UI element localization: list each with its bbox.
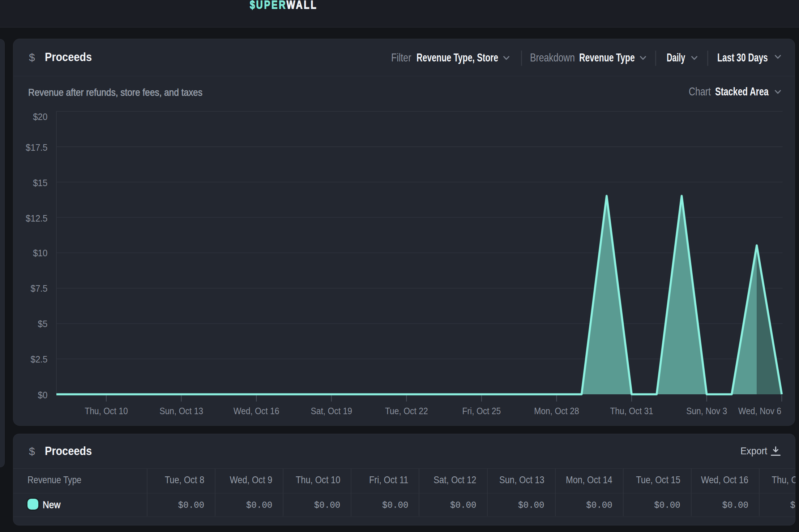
svg-text:Revenue Type: Revenue Type	[27, 474, 81, 485]
svg-text:$0.00: $0.00	[518, 500, 544, 511]
svg-text:Tue, Oct 15: Tue, Oct 15	[636, 475, 680, 485]
svg-text:Tue, Oct 8: Tue, Oct 8	[165, 475, 204, 485]
svg-text:Wed, Nov 6: Wed, Nov 6	[738, 406, 781, 416]
svg-text:Fri, Oct 11: Fri, Oct 11	[369, 475, 408, 485]
svg-text:$0.00: $0.00	[382, 500, 409, 511]
svg-text:Thu, Oct 10: Thu, Oct 10	[296, 475, 340, 485]
svg-text:$0.00: $0.00	[722, 500, 748, 511]
svg-text:$: $	[29, 445, 35, 457]
svg-text:$0.00: $0.00	[654, 500, 680, 511]
svg-text:Revenue Type: Revenue Type	[579, 51, 635, 64]
svg-text:$2.5: $2.5	[30, 354, 47, 364]
svg-text:$0.00: $0.00	[586, 500, 612, 511]
svg-text:Sun, Oct 13: Sun, Oct 13	[499, 475, 544, 485]
svg-text:$12.5: $12.5	[26, 213, 47, 223]
svg-text:$0.00: $0.00	[314, 500, 341, 511]
svg-text:Sun, Oct 13: Sun, Oct 13	[159, 406, 203, 416]
svg-text:Fri, Oct 25: Fri, Oct 25	[462, 406, 501, 416]
svg-text:Chart: Chart	[689, 85, 711, 98]
svg-text:Sat, Oct 12: Sat, Oct 12	[433, 475, 476, 485]
svg-text:Revenue after refunds, store f: Revenue after refunds, store fees, and t…	[28, 87, 202, 98]
svg-text:Export: Export	[740, 445, 768, 456]
svg-text:Thu, Oct 10: Thu, Oct 10	[85, 406, 128, 416]
svg-text:Wed, Oct 9: Wed, Oct 9	[230, 475, 272, 485]
svg-text:Thu, Oct 31: Thu, Oct 31	[610, 406, 653, 416]
svg-text:Revenue Type, Store: Revenue Type, Store	[416, 51, 498, 64]
svg-text:$0.00: $0.00	[450, 500, 477, 511]
svg-text:$20: $20	[33, 111, 47, 122]
svg-text:Tue, Oct 22: Tue, Oct 22	[385, 406, 428, 416]
svg-text:$17.5: $17.5	[26, 142, 47, 153]
svg-text:$0.00: $0.00	[178, 500, 205, 511]
svg-text:$5: $5	[38, 318, 48, 329]
svg-text:Filter: Filter	[391, 51, 411, 64]
svg-text:$15: $15	[33, 177, 47, 188]
svg-text:Daily: Daily	[667, 51, 685, 64]
svg-text:Proceeds: Proceeds	[45, 444, 92, 458]
svg-text:Wed, Oct 16: Wed, Oct 16	[234, 406, 279, 416]
svg-text:Wed, Oct 16: Wed, Oct 16	[701, 475, 748, 485]
svg-text:Mon, Oct 14: Mon, Oct 14	[566, 475, 612, 485]
svg-text:Mon, Oct 28: Mon, Oct 28	[534, 406, 579, 416]
svg-text:$7.5: $7.5	[30, 283, 47, 293]
svg-text:Proceeds: Proceeds	[45, 50, 92, 64]
svg-text:$10: $10	[33, 248, 47, 258]
svg-text:New: New	[43, 499, 61, 511]
svg-text:Breakdown: Breakdown	[530, 51, 575, 64]
svg-text:Stacked Area: Stacked Area	[715, 85, 769, 98]
svg-text:Thu, Oct 17: Thu, Oct 17	[772, 475, 799, 485]
svg-text:Last 30 Days: Last 30 Days	[717, 51, 768, 64]
svg-text:$0.00: $0.00	[246, 500, 273, 511]
svg-text:Sun, Nov 3: Sun, Nov 3	[686, 406, 727, 416]
svg-text:$: $	[29, 51, 35, 63]
svg-text:$0: $0	[38, 390, 48, 400]
svg-text:Sat, Oct 19: Sat, Oct 19	[311, 406, 352, 416]
